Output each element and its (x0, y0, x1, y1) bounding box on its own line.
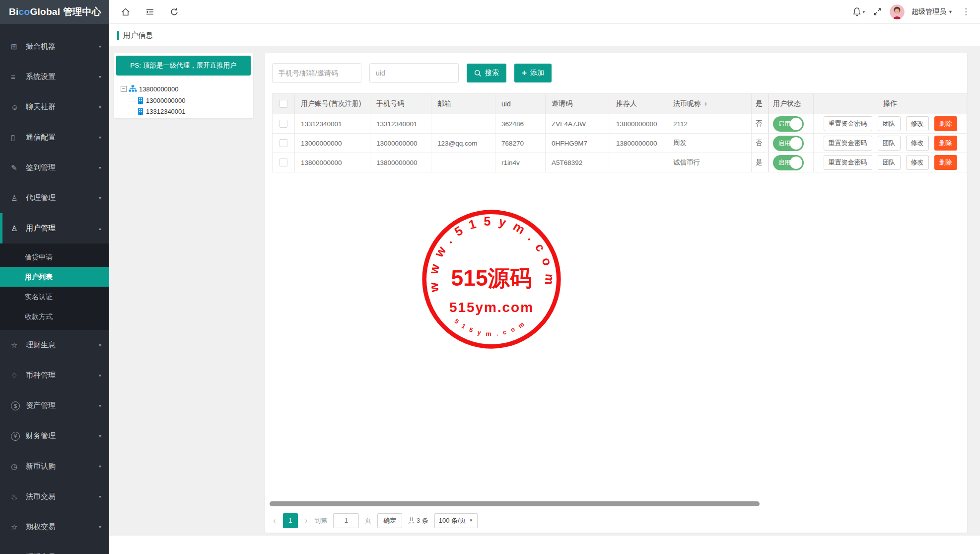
search-input[interactable] (272, 63, 361, 83)
prev-page-icon[interactable]: ‹ (272, 516, 277, 526)
users-table: 用户账号(首次注册) 手机号码 邮箱 uid 邀请码 推荐人 法币昵称▲▼ 是 … (272, 93, 967, 172)
row-checkbox[interactable] (280, 139, 287, 147)
notifications-button[interactable]: ▾ (852, 6, 865, 17)
cell-referrer: 13800000000 (610, 134, 667, 153)
page-size-select[interactable]: 100 条/页 ▼ (434, 513, 478, 528)
more-options-icon[interactable]: ⋮ (960, 6, 972, 17)
refresh-icon[interactable] (169, 6, 180, 17)
sidebar-item-label: 撮合机器 (26, 42, 56, 51)
chat-icon: ☺ (11, 103, 26, 111)
search-button[interactable]: 搜索 (467, 64, 506, 82)
tree-root-node[interactable]: − 13800000000 (121, 83, 253, 95)
chevron-down-icon: ▾ (99, 165, 101, 170)
edit-button[interactable]: 修改 (906, 136, 929, 151)
cell-email (431, 114, 495, 133)
sidebar-item-new-coin-subscription[interactable]: ◷新币认购▾ (0, 451, 109, 481)
sidebar-item-finance-management[interactable]: ¥财务管理▾ (0, 421, 109, 451)
yen-circle-icon: ¥ (11, 432, 20, 441)
sidebar-subitem-identity-verification[interactable]: 实名认证 (0, 287, 109, 307)
row-checkbox[interactable] (280, 120, 287, 128)
header-email: 邮箱 (431, 94, 495, 114)
sidebar-item-spot-trading[interactable]: ⇄币币交易▾ (0, 542, 109, 554)
sidebar-item-options-trading[interactable]: ☆期权交易▾ (0, 512, 109, 542)
status-toggle[interactable]: 启用 (773, 155, 804, 170)
sidebar-item-wealth-interest[interactable]: ☆理财生息▾ (0, 330, 109, 360)
reset-fund-password-button[interactable]: 重置资金密码 (824, 116, 872, 131)
team-button[interactable]: 团队 (878, 136, 901, 151)
pencil-icon: ✎ (11, 163, 26, 172)
chevron-up-icon: ▴ (99, 226, 101, 231)
bell-icon (852, 6, 862, 17)
sidebar-item-fiat-trading[interactable]: ♨法币交易▾ (0, 481, 109, 512)
delete-button[interactable]: 删除 (934, 116, 957, 131)
chevron-down-icon: ▾ (99, 135, 101, 140)
sidebar-subitem-loan-application[interactable]: 借贷申请 (0, 247, 109, 267)
status-toggle-label: 启用 (778, 120, 790, 128)
team-button[interactable]: 团队 (878, 116, 901, 131)
page-number-button[interactable]: 1 (283, 513, 298, 528)
add-button-label: 添加 (530, 69, 544, 78)
avatar[interactable] (890, 4, 905, 19)
cell-fiat-nickname: 2112 (667, 114, 752, 133)
sidebar-item-asset-management[interactable]: $资产管理▾ (0, 391, 109, 421)
title-accent-bar (117, 31, 119, 40)
sliders-icon: ≡ (11, 73, 26, 81)
select-all-checkbox[interactable] (280, 100, 287, 108)
tree-child-node[interactable]: 13312340001 (130, 106, 253, 117)
edit-button[interactable]: 修改 (906, 155, 929, 170)
fullscreen-icon[interactable] (872, 6, 883, 17)
sidebar-item-label: 聊天社群 (26, 102, 56, 112)
sort-icon[interactable]: ▲▼ (704, 101, 707, 106)
goto-page-input[interactable] (333, 513, 359, 528)
status-toggle[interactable]: 启用 (773, 116, 804, 132)
sidebar-item-coin-management[interactable]: ♢币种管理▾ (0, 360, 109, 391)
delete-button[interactable]: 删除 (934, 155, 957, 170)
horizontal-scrollbar[interactable] (270, 501, 760, 506)
reset-fund-password-button[interactable]: 重置资金密码 (824, 136, 872, 151)
cell-uid: 362486 (495, 114, 546, 133)
tree-collapse-icon[interactable]: − (121, 86, 127, 92)
header-invite-code: 邀请码 (546, 94, 610, 114)
table-row: 13000000000 13000000000 123@qq.com 76827… (272, 134, 967, 153)
home-icon[interactable] (120, 6, 131, 17)
header-user-status: 用户状态 (769, 94, 814, 114)
sidebar-item-checkin-management[interactable]: ✎签到管理▾ (0, 153, 109, 183)
uid-input[interactable] (369, 63, 459, 83)
confirm-page-button[interactable]: 确定 (377, 513, 402, 528)
collapse-menu-icon[interactable] (144, 6, 155, 17)
cell-phone: 13312340001 (370, 114, 431, 133)
team-button[interactable]: 团队 (878, 155, 901, 170)
search-toolbar: 搜索 + 添加 (272, 63, 552, 83)
tree-child-node[interactable]: 13000000000 (130, 95, 253, 106)
reset-fund-password-button[interactable]: 重置资金密码 (824, 155, 872, 170)
add-button[interactable]: + 添加 (514, 64, 552, 82)
cell-phone: 13800000000 (370, 153, 431, 172)
agent-tree: − 13800000000 13000000000 (114, 78, 253, 117)
cell-user-status: 启用 (769, 153, 814, 172)
next-page-icon[interactable]: › (304, 516, 309, 526)
sidebar-subitem-payment-method[interactable]: 收款方式 (0, 307, 109, 326)
cell-uid: 768270 (495, 134, 546, 153)
svg-text:515ym.com: 515ym.com (453, 317, 530, 337)
cell-phone: 13000000000 (370, 134, 431, 153)
page-title: 用户信息 (123, 31, 153, 40)
sidebar-subitem-user-list[interactable]: 用户列表 (0, 267, 109, 287)
sidebar-item-chat-group[interactable]: ☺聊天社群▾ (0, 92, 109, 122)
sidebar-item-system-settings[interactable]: ≡系统设置▾ (0, 62, 109, 92)
sidebar-menu: ⊞撮合机器▾ ≡系统设置▾ ☺聊天社群▾ ▯通信配置▾ ✎签到管理▾ ♙代理管理… (0, 24, 109, 554)
toggle-knob (790, 118, 802, 130)
dollar-circle-icon: $ (11, 401, 20, 410)
cell-referrer: 13800000000 (610, 114, 667, 133)
sidebar-item-communication-config[interactable]: ▯通信配置▾ (0, 122, 109, 153)
user-menu[interactable]: 超级管理员 ▼ (911, 7, 953, 16)
sidebar-item-matching-engine[interactable]: ⊞撮合机器▾ (0, 31, 109, 62)
row-checkbox[interactable] (280, 158, 287, 166)
edit-button[interactable]: 修改 (906, 116, 929, 131)
header-flag: 是 (752, 94, 769, 114)
delete-button[interactable]: 删除 (934, 136, 957, 151)
status-toggle[interactable]: 启用 (773, 136, 804, 151)
sidebar-item-agent-management[interactable]: ♙代理管理▾ (0, 183, 109, 213)
toggle-knob (790, 137, 802, 150)
sidebar-item-user-management[interactable]: ♙用户管理▴ (0, 213, 109, 243)
header-fiat-nickname[interactable]: 法币昵称▲▼ (667, 94, 752, 114)
